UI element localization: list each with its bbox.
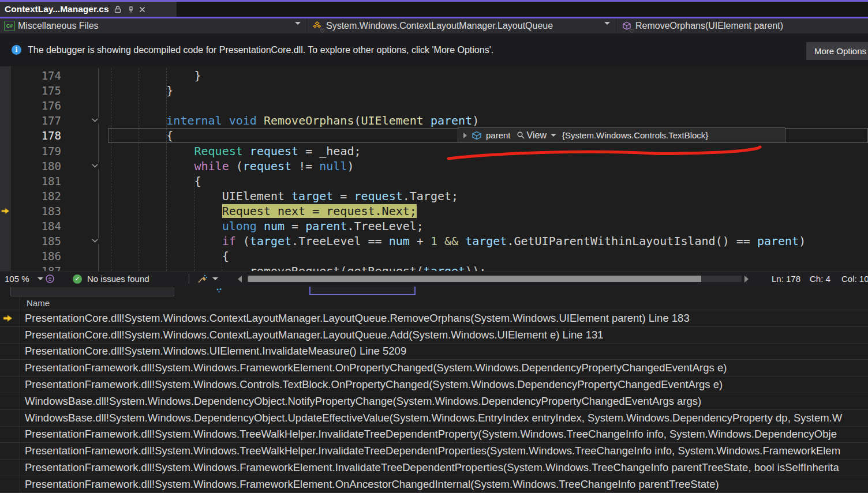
code-line-text: removeRequest(getRequest(target)); [111,264,486,271]
horizontal-scrollbar-thumb[interactable] [248,276,701,282]
more-options-button[interactable]: More Options [806,42,868,60]
char-indicator: Ch: 4 [810,272,830,286]
code-line[interactable]: 174 } [0,68,868,83]
issues-label: No issues found [87,274,149,284]
code-line-text: while (request != null) [111,159,354,174]
fold-collapse-icon[interactable] [91,238,99,244]
code-line[interactable]: 183 Request next = request.Next; [0,204,868,219]
tab-contextlayoutmanager[interactable]: ContextLay...Manager.cs [0,2,177,17]
member-dropdown[interactable]: ♡ RemoveOrphans(UIElement parent) [616,18,868,33]
fold-margin [61,68,111,83]
fold-margin [61,98,111,113]
frame-text: WindowsBase.dll!System.Windows.Dependenc… [25,395,701,408]
line-number: 186 [11,250,61,262]
line-number: 183 [11,205,61,217]
code-editor[interactable]: 174 }175 }176177 internal void RemoveOrp… [0,66,868,271]
fold-margin [61,113,111,128]
callstack-frame-row[interactable]: PresentationFramework.dll!System.Windows… [0,377,868,393]
callstack-frame-row[interactable]: PresentationFramework.dll!System.Windows… [0,427,868,443]
datatip-variable-name: parent [486,130,511,140]
editor-status-bar: 105 % ✓ No issues found Ln: 178 Ch: 4 Co… [0,271,868,286]
code-line[interactable]: 177 internal void RemoveOrphans(UIElemen… [0,113,868,128]
code-line[interactable]: 186 { [0,249,868,264]
datatip-popup: parent View {System.Windows.Controls.Tex… [458,127,785,143]
code-lines: 174 }175 }176177 internal void RemoveOrp… [0,68,868,271]
callstack-frame-row[interactable]: PresentationFramework.dll!System.Windows… [0,360,868,377]
tab-title: ContextLay...Manager.cs [5,4,109,14]
member-dropdown-value: RemoveOrphans(UIElement parent) [635,21,783,31]
code-line[interactable]: 179 Request request = _head; [0,143,868,158]
line-number: 187 [11,265,61,271]
fold-margin [61,143,111,158]
field-box-icon [472,131,482,140]
callstack-frame-row[interactable]: PresentationFramework.dll!System.Windows… [0,476,868,493]
datatip-view-link[interactable]: View [517,130,556,141]
info-message: The debugger is showing decompiled code … [28,45,493,55]
code-line[interactable]: 181 { [0,174,868,189]
fold-margin [61,83,111,98]
info-icon: i [12,45,21,55]
frame-text: PresentationCore.dll!System.Windows.UIEl… [25,345,406,357]
code-cleanup-button[interactable] [197,272,218,286]
project-dropdown[interactable]: C# Miscellaneous Files [0,18,307,33]
code-line[interactable]: 184 ulong num = parent.TreeLevel; [0,219,868,234]
code-line[interactable]: 185 if (target.TreeLevel == num + 1 && t… [0,234,868,249]
fold-margin [61,249,111,264]
broom-icon [197,274,208,284]
code-line-text: { [111,249,229,264]
line-number: 180 [11,160,61,172]
callstack-frame-row[interactable]: PresentationFramework.dll!System.Windows… [0,460,868,476]
fold-margin [61,159,111,174]
check-icon: ✓ [73,274,82,284]
frame-text: PresentationFramework.dll!System.Windows… [25,445,840,457]
clipped-toolbar-strip [0,286,868,296]
clipped-panel-control [10,287,174,296]
document-tab-bar: ContextLay...Manager.cs [0,2,868,17]
health-indicator[interactable]: ✓ No issues found [73,272,149,286]
callstack-frame-row[interactable]: PresentationCore.dll!System.Windows.UIEl… [0,344,868,360]
current-frame-arrow-icon [3,314,13,325]
intellicode-icon[interactable] [45,272,55,286]
type-dropdown[interactable]: ♡ System.Windows.ContextLayoutManager.La… [307,18,616,33]
call-stack-panel: Name PresentationCore.dll!System.Windows… [0,296,868,493]
line-number: 174 [11,69,61,82]
frame-text: PresentationFramework.dll!System.Windows… [25,428,837,441]
callstack-frame-row[interactable]: PresentationCore.dll!System.Windows.Cont… [0,327,868,344]
current-statement-arrow-icon [3,314,13,322]
frame-text: WindowsBase.dll!System.Windows.Dependenc… [25,412,842,424]
scroll-left-button[interactable] [238,272,242,286]
chevron-down-icon [295,22,301,35]
callstack-frame-row[interactable]: PresentationCore.dll!System.Windows.Cont… [0,310,868,327]
callstack-name-column-header[interactable]: Name [0,296,868,310]
fold-margin [61,174,111,189]
callstack-frame-row[interactable]: PresentationFramework.dll!System.Windows… [0,443,868,460]
code-line[interactable]: 176 [0,98,868,113]
code-line[interactable]: 182 UIElement target = request.Target; [0,189,868,204]
zoom-selector[interactable]: 105 % [5,272,43,286]
code-line[interactable]: 175 } [0,83,868,98]
code-line-text: internal void RemoveOrphans(UIElement pa… [111,113,479,128]
expand-triangle-icon[interactable] [463,133,467,138]
chevron-down-icon [38,277,43,280]
code-line-text: } [111,83,173,98]
fold-collapse-icon[interactable] [91,118,99,123]
code-line[interactable]: 180 while (request != null) [0,159,868,174]
frame-text: PresentationCore.dll!System.Windows.Cont… [25,329,604,341]
close-icon[interactable] [139,6,145,13]
execution-point-margin-arrow [1,207,10,217]
fold-collapse-icon[interactable] [91,163,99,169]
pin-icon[interactable] [126,6,134,13]
separator [189,274,189,284]
vs-window: ContextLay...Manager.cs C# Miscellaneous… [0,0,868,493]
fold-margin [61,234,111,249]
code-line[interactable]: 187 removeRequest(getRequest(target)); [0,264,868,271]
code-line-text: Request request = _head; [111,144,361,159]
code-line-text: { [111,174,201,189]
callstack-frame-row[interactable]: WindowsBase.dll!System.Windows.Dependenc… [0,393,868,410]
frame-text: PresentationFramework.dll!System.Windows… [25,478,719,491]
datatip-value: {System.Windows.Controls.TextBlock} [562,130,708,140]
callstack-frame-row[interactable]: WindowsBase.dll!System.Windows.Dependenc… [0,410,868,427]
scroll-right-button[interactable] [744,272,749,286]
project-dropdown-value: Miscellaneous Files [18,21,99,31]
chevron-down-icon[interactable] [551,134,556,137]
